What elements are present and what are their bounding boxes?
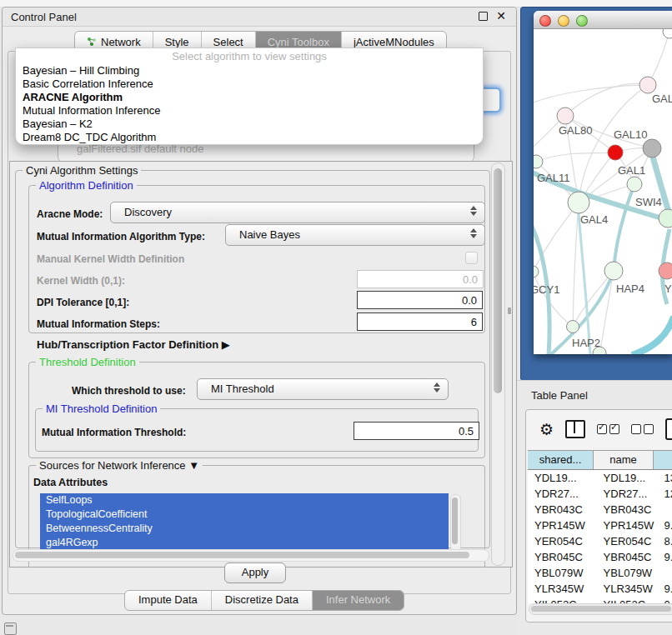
node-gcy1[interactable] bbox=[534, 266, 539, 278]
menu-item[interactable]: Bayesian – Hill Climbing bbox=[16, 64, 483, 78]
network-view-frame: GAL GAL80 GAL10 GAL11 GAL1 SWI4 GAL4 GCY… bbox=[520, 7, 672, 381]
node-gal11[interactable] bbox=[534, 155, 543, 168]
node-gal4[interactable] bbox=[568, 192, 589, 213]
node-swi4[interactable] bbox=[659, 209, 672, 228]
dropdown-placeholder: Select algorithm to view settings bbox=[16, 48, 483, 64]
cyni-algorithm-settings-title: Cyni Algorithm Settings bbox=[23, 164, 141, 177]
node-table: shared... name YDL19... YDL19... 13 YDR2… bbox=[528, 450, 672, 603]
aracne-mode-combobox[interactable]: Discovery bbox=[110, 202, 485, 223]
node-hap4[interactable] bbox=[604, 262, 623, 280]
minimize-window-icon[interactable] bbox=[558, 15, 569, 27]
node-label: GAL4 bbox=[580, 213, 608, 226]
manual-kernel-width-checkbox[interactable] bbox=[465, 252, 478, 264]
export-table-icon[interactable] bbox=[665, 418, 672, 440]
list-item[interactable]: BetweennessCentrality bbox=[40, 522, 449, 536]
menu-item[interactable]: Basic Correlation Inference bbox=[16, 78, 483, 91]
which-threshold-combobox[interactable]: MI Threshold bbox=[197, 378, 449, 400]
node-label: GAL11 bbox=[537, 172, 570, 184]
spinner-arrows-icon bbox=[434, 382, 440, 392]
settings-vertical-scrollbar[interactable] bbox=[491, 162, 505, 566]
tab-infer-network[interactable]: Infer Network bbox=[313, 591, 404, 610]
node-gal80[interactable] bbox=[557, 108, 574, 124]
node-label: HAP2 bbox=[572, 337, 600, 349]
table-row[interactable]: YBL079W YBL079W bbox=[528, 565, 672, 581]
table-row[interactable]: YDR27... YDR27... 12 bbox=[528, 486, 672, 502]
mi-steps-field[interactable]: 6 bbox=[357, 312, 483, 331]
hub-definition-expander[interactable]: Hub/Transcription Factor Definition ▶ bbox=[37, 338, 230, 351]
table-panel: Table Panel ⚙ shared... name YDL19... bbox=[517, 380, 672, 635]
node-salmon[interactable] bbox=[659, 262, 672, 279]
table-row[interactable]: YDL19... YDL19... 13 bbox=[528, 470, 672, 486]
node-hap2[interactable] bbox=[567, 321, 579, 333]
menu-item[interactable]: Bayesian – K2 bbox=[16, 118, 483, 131]
table-horizontal-scrollbar[interactable] bbox=[529, 603, 672, 615]
network-window-titlebar[interactable] bbox=[534, 11, 672, 29]
dock-panel-icon[interactable] bbox=[4, 622, 17, 635]
table-browser: ⚙ shared... name YDL19... YDL19... 13 bbox=[525, 409, 672, 622]
collapse-down-icon[interactable]: ▼ bbox=[188, 459, 199, 472]
table-row[interactable]: YER054C YER054C 8. bbox=[528, 533, 672, 549]
kernel-width-field[interactable]: 0.0 bbox=[357, 270, 484, 288]
list-item[interactable]: TopologicalCoefficient bbox=[40, 508, 449, 522]
panel-splitter-handle[interactable] bbox=[508, 308, 511, 314]
gear-icon[interactable]: ⚙ bbox=[539, 420, 554, 439]
deselect-all-icon[interactable] bbox=[631, 424, 654, 434]
mi-steps-label: Mutual Information Steps: bbox=[37, 318, 160, 330]
network-view-window[interactable]: GAL GAL80 GAL10 GAL11 GAL1 SWI4 GAL4 GCY… bbox=[534, 11, 672, 354]
kernel-width-label: Kernel Width (0,1): bbox=[37, 275, 125, 287]
select-all-icon[interactable] bbox=[597, 424, 619, 434]
data-attributes-label: Data Attributes bbox=[33, 477, 108, 488]
tab-discretize-data[interactable]: Discretize Data bbox=[212, 591, 313, 610]
list-item[interactable]: gal4RGexp bbox=[40, 536, 449, 550]
menu-item[interactable]: Mutual Information Inference bbox=[16, 104, 483, 118]
aracne-mode-label: Aracne Mode: bbox=[37, 208, 103, 220]
node-label: GAL1 bbox=[618, 164, 645, 177]
network-canvas[interactable]: GAL GAL80 GAL10 GAL11 GAL1 SWI4 GAL4 GCY… bbox=[534, 29, 672, 354]
menu-item-selected[interactable]: ARACNE Algorithm bbox=[16, 91, 483, 104]
column-header-shared-name[interactable]: shared... bbox=[528, 451, 594, 469]
close-window-icon[interactable] bbox=[539, 15, 551, 27]
settings-horizontal-scrollbar[interactable] bbox=[13, 549, 489, 562]
scrollbar-thumb[interactable] bbox=[15, 552, 469, 558]
node-label: GCY1 bbox=[534, 283, 559, 296]
table-row[interactable]: YIL052C YIL052C 0 bbox=[528, 597, 672, 603]
node-gal1[interactable] bbox=[627, 177, 642, 192]
node-label: GAL bbox=[652, 92, 672, 105]
mi-algorithm-type-combobox[interactable]: Naive Bayes bbox=[225, 224, 485, 246]
column-header-name[interactable]: name bbox=[594, 451, 654, 469]
split-columns-icon[interactable] bbox=[565, 420, 585, 438]
data-attributes-list[interactable]: SelfLoops TopologicalCoefficient Between… bbox=[40, 493, 449, 552]
scrollbar-thumb[interactable] bbox=[452, 498, 458, 544]
screen: Control Panel ✕ Network Style Select Cyn… bbox=[0, 0, 672, 635]
attributes-scrollbar[interactable] bbox=[450, 494, 461, 552]
mi-threshold-label: Mutual Information Threshold: bbox=[42, 427, 186, 438]
manual-kernel-width-label: Manual Kernel Width Definition bbox=[37, 253, 184, 265]
node-gal[interactable] bbox=[639, 77, 656, 93]
column-header[interactable] bbox=[654, 451, 672, 469]
mi-threshold-field[interactable]: 0.5 bbox=[354, 422, 479, 440]
table-body: YDL19... YDL19... 13 YDR27... YDR27... 1… bbox=[528, 470, 672, 603]
apply-button[interactable]: Apply bbox=[224, 562, 286, 583]
algorithm-dropdown-popup: Select algorithm to view settings Bayesi… bbox=[15, 48, 484, 145]
table-row[interactable]: YLR345W YLR345W 9. bbox=[528, 581, 672, 597]
list-item[interactable]: SelfLoops bbox=[40, 493, 449, 508]
node-label: GAL10 bbox=[614, 128, 647, 141]
dpi-tolerance-label: DPI Tolerance [0,1]: bbox=[37, 297, 129, 308]
node-selected-red[interactable] bbox=[608, 145, 623, 160]
table-row[interactable]: YPR145W YPR145W 9. bbox=[528, 518, 672, 533]
bottom-tabs: Impute Data Discretize Data Infer Networ… bbox=[124, 590, 404, 611]
table-row[interactable]: YBR043C YBR043C bbox=[528, 502, 672, 518]
float-window-icon[interactable] bbox=[479, 12, 488, 21]
scrollbar-thumb[interactable] bbox=[531, 606, 671, 612]
node[interactable] bbox=[663, 29, 672, 38]
tab-impute-data[interactable]: Impute Data bbox=[125, 591, 212, 610]
node-gal10[interactable] bbox=[643, 139, 661, 158]
mi-algorithm-type-label: Mutual Information Algorithm Type: bbox=[37, 231, 205, 242]
menu-item[interactable]: Dream8 DC_TDC Algorithm bbox=[16, 131, 483, 144]
close-icon[interactable]: ✕ bbox=[496, 9, 506, 22]
dpi-tolerance-field[interactable]: 0.0 bbox=[357, 291, 483, 309]
table-row[interactable]: YBR045C YBR045C 9. bbox=[528, 549, 672, 565]
scrollbar-thumb[interactable] bbox=[494, 168, 502, 393]
table-header-row: shared... name bbox=[528, 450, 672, 470]
zoom-window-icon[interactable] bbox=[576, 15, 588, 27]
